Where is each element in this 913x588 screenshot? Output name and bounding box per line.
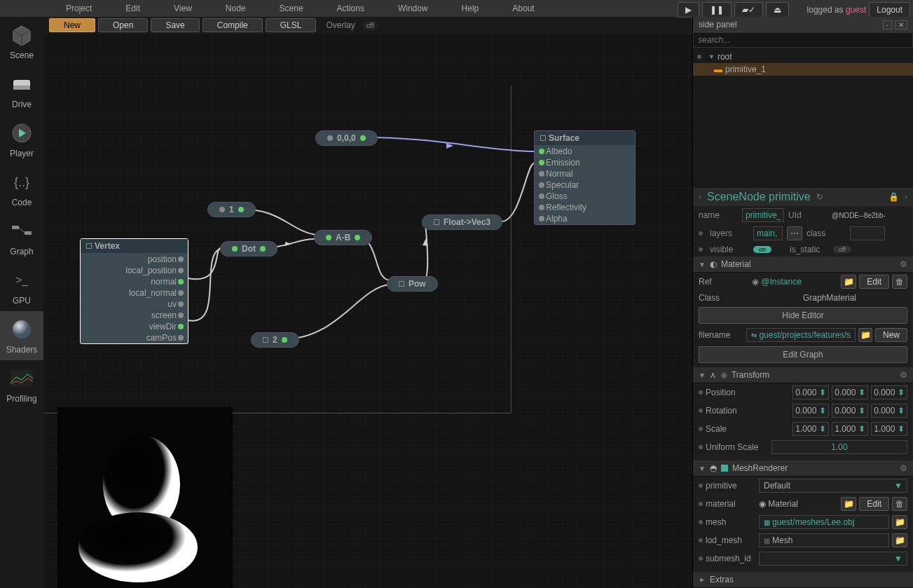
tool-drive[interactable]: Drive (0, 66, 43, 115)
port-normal-in[interactable]: Normal (535, 168, 635, 179)
node-vertex[interactable]: Vertex position local_position normal lo… (80, 238, 188, 344)
edit-ref-button[interactable]: Edit (859, 275, 889, 289)
menu-view[interactable]: View (157, 0, 209, 17)
scl-z[interactable]: 1.000 ⬍ (871, 422, 907, 436)
node-ab[interactable]: A-B (314, 230, 372, 245)
port-reflectivity[interactable]: Reflectivity (535, 202, 635, 213)
submesh-select[interactable]: ▼ (759, 552, 907, 566)
keyframe-button[interactable]: ▰✓ (734, 2, 763, 18)
compile-button[interactable]: Compile (202, 18, 263, 32)
rot-z[interactable]: 0.000 ⬍ (871, 404, 907, 418)
tool-player[interactable]: Player (0, 115, 43, 164)
open-button[interactable]: Open (98, 18, 148, 32)
logout-button[interactable]: Logout (869, 2, 910, 18)
refresh-icon[interactable]: ↻ (816, 192, 823, 202)
gear-icon[interactable]: ⚙ (900, 463, 907, 473)
node-const-1[interactable]: 1 (207, 202, 256, 217)
checkbox-icon[interactable] (540, 135, 546, 141)
pos-y[interactable]: 0.000 ⬍ (832, 385, 868, 399)
class-input[interactable] (850, 226, 885, 240)
ref-link[interactable]: @Instance (761, 277, 802, 287)
chevron-left-icon[interactable]: ‹ (699, 192, 701, 202)
tool-shaders[interactable]: Shaders (0, 311, 43, 360)
node-const-000[interactable]: 0,0,0 (315, 130, 378, 146)
scl-y[interactable]: 1.000 ⬍ (832, 422, 868, 436)
glsl-button[interactable]: GLSL (266, 18, 317, 32)
folder-icon[interactable]: 📁 (841, 275, 856, 289)
port-position[interactable]: position (81, 254, 188, 265)
new-button[interactable]: New (49, 18, 95, 32)
uniform-scale[interactable]: 1.00 (771, 440, 907, 454)
tool-scene[interactable]: Scene (0, 17, 43, 66)
menu-node[interactable]: Node (209, 0, 263, 17)
menu-project[interactable]: Project (49, 0, 109, 17)
node-surface[interactable]: Surface Albedo Emission Normal Specular … (534, 130, 636, 225)
pos-x[interactable]: 0.000 ⬍ (792, 385, 829, 399)
menu-edit[interactable]: Edit (109, 0, 157, 17)
preview-viewport[interactable] (57, 407, 233, 588)
port-screen[interactable]: screen (81, 310, 188, 321)
mesh-header[interactable]: ▼◓MeshRenderer⚙ (693, 460, 913, 477)
layers-input[interactable] (753, 226, 783, 240)
material-link[interactable]: Material (768, 499, 798, 509)
port-uv[interactable]: uv (81, 299, 188, 310)
chevron-right-icon[interactable]: › (905, 192, 907, 202)
trash-icon[interactable]: 🗑 (892, 497, 907, 511)
checkbox-icon[interactable] (263, 337, 268, 343)
node-const-2[interactable]: 2 (251, 332, 299, 348)
gear-icon[interactable]: ⚙ (900, 259, 907, 269)
tool-graph[interactable]: Graph (0, 213, 43, 262)
tool-profiling[interactable]: Profiling (0, 360, 43, 409)
lod-mesh-input[interactable]: ▦ Mesh (759, 533, 889, 547)
pause-button[interactable]: ❚❚ (702, 2, 732, 18)
search-input[interactable] (693, 32, 913, 48)
checkbox-on-icon[interactable] (721, 465, 728, 472)
menu-actions[interactable]: Actions (320, 0, 381, 17)
tool-gpu[interactable]: >_GPU (0, 262, 43, 311)
scl-x[interactable]: 1.000 ⬍ (792, 422, 829, 436)
port-alpha[interactable]: Alpha (535, 213, 635, 224)
menu-scene[interactable]: Scene (263, 0, 320, 17)
port-emission[interactable]: Emission (535, 157, 635, 168)
folder-icon[interactable]: 📁 (892, 533, 907, 547)
tree-root[interactable]: ▼ root (693, 50, 913, 63)
trash-icon[interactable]: 🗑 (892, 275, 907, 289)
port-local-position[interactable]: local_position (81, 265, 188, 276)
port-normal[interactable]: normal (81, 276, 188, 287)
menu-about[interactable]: About (495, 0, 551, 17)
extras-header[interactable]: ▼Extras (693, 572, 913, 588)
minimize-button[interactable]: - (883, 20, 892, 29)
play-button[interactable]: ▶ (678, 2, 699, 18)
rot-y[interactable]: 0.000 ⬍ (832, 404, 868, 418)
port-campos[interactable]: camPos (81, 332, 188, 343)
checkbox-icon[interactable] (434, 219, 439, 225)
visible-toggle[interactable]: on (753, 246, 771, 253)
port-specular[interactable]: Specular (535, 179, 635, 191)
tool-code[interactable]: {..}Code (0, 164, 43, 213)
gear-icon[interactable]: ⚙ (900, 370, 907, 380)
eject-button[interactable]: ⏏ (766, 2, 789, 18)
new-file-button[interactable]: New (875, 328, 907, 342)
save-button[interactable]: Save (151, 18, 199, 32)
tree-child-primitive[interactable]: ▬ primitive_1 (693, 63, 913, 76)
primitive-select[interactable]: Default▼ (759, 479, 907, 493)
folder-icon[interactable]: 📁 (892, 515, 907, 529)
edit-graph-button[interactable]: Edit Graph (699, 346, 907, 363)
scene-tree[interactable]: ▼ root ▬ primitive_1 (693, 48, 913, 188)
static-toggle[interactable]: off (833, 246, 851, 253)
checkbox-icon[interactable] (86, 243, 92, 249)
node-pow[interactable]: Pow (387, 276, 438, 292)
node-float-to-vec3[interactable]: Float->Vec3 (422, 214, 502, 230)
material-header[interactable]: ▼◐Material⚙ (693, 257, 913, 273)
graph-canvas[interactable]: Vertex position local_position normal lo… (43, 34, 692, 588)
hide-editor-button[interactable]: Hide Editor (699, 307, 907, 324)
transform-header[interactable]: ▼⋏◉Transform⚙ (693, 367, 913, 383)
name-input[interactable] (742, 208, 784, 222)
node-dot[interactable]: Dot (220, 241, 277, 257)
folder-icon[interactable]: 📁 (858, 328, 872, 342)
close-button[interactable]: ✕ (895, 20, 907, 29)
rot-x[interactable]: 0.000 ⬍ (792, 404, 829, 418)
menu-help[interactable]: Help (445, 0, 496, 17)
edit-material-button[interactable]: Edit (859, 497, 889, 511)
filename-input[interactable]: ⇆ guest/projects/features/s (746, 328, 856, 342)
